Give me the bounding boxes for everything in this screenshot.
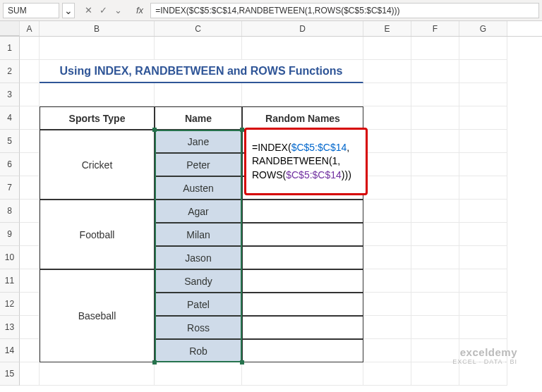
cell[interactable] — [411, 106, 459, 130]
cell[interactable] — [20, 246, 40, 269]
cell[interactable] — [242, 293, 363, 316]
row-header[interactable]: 9 — [0, 223, 20, 246]
cell[interactable] — [363, 269, 411, 293]
row-header[interactable]: 2 — [0, 60, 20, 83]
cell[interactable] — [363, 293, 411, 316]
cell[interactable] — [242, 246, 363, 269]
cancel-icon[interactable]: ✕ — [85, 5, 92, 16]
cell[interactable] — [20, 223, 40, 246]
col-header-d[interactable]: D — [242, 21, 363, 36]
cell[interactable] — [459, 362, 507, 386]
col-header-f[interactable]: F — [411, 21, 459, 36]
col-header-e[interactable]: E — [363, 21, 411, 36]
cell[interactable] — [459, 293, 507, 316]
cell[interactable] — [363, 362, 411, 386]
cell[interactable] — [20, 316, 40, 339]
cell[interactable] — [20, 130, 40, 153]
cell[interactable] — [411, 200, 459, 223]
cell[interactable] — [242, 83, 363, 106]
cell[interactable] — [242, 316, 363, 339]
row-header[interactable]: 8 — [0, 200, 20, 223]
cell[interactable] — [459, 246, 507, 269]
cell[interactable] — [411, 83, 459, 106]
col-header-c[interactable]: C — [155, 21, 242, 36]
name-box[interactable]: SUM — [3, 3, 59, 18]
cell[interactable] — [363, 37, 411, 60]
cell[interactable] — [459, 223, 507, 246]
cell[interactable] — [411, 130, 459, 153]
cell[interactable] — [411, 176, 459, 200]
selection-handle[interactable] — [240, 360, 244, 365]
cell[interactable] — [242, 362, 363, 386]
cell[interactable] — [411, 362, 459, 386]
row-header[interactable]: 10 — [0, 246, 20, 269]
cell[interactable] — [459, 106, 507, 130]
cell[interactable] — [363, 60, 411, 83]
cell[interactable] — [411, 246, 459, 269]
cell[interactable] — [459, 37, 507, 60]
row-header[interactable]: 7 — [0, 176, 20, 200]
cell[interactable] — [242, 223, 363, 246]
fx-icon[interactable]: fx — [132, 5, 147, 16]
cell[interactable] — [242, 339, 363, 362]
cell[interactable] — [40, 37, 155, 60]
cell[interactable] — [363, 316, 411, 339]
cell[interactable] — [411, 223, 459, 246]
cell[interactable] — [411, 37, 459, 60]
cell[interactable] — [40, 83, 155, 106]
cell[interactable] — [20, 176, 40, 200]
cell[interactable] — [363, 200, 411, 223]
cell[interactable] — [459, 130, 507, 153]
selection-handle[interactable] — [152, 360, 157, 365]
cell[interactable] — [459, 83, 507, 106]
cell[interactable] — [20, 293, 40, 316]
row-header[interactable]: 13 — [0, 316, 20, 339]
cell[interactable] — [155, 362, 242, 386]
cell[interactable] — [20, 339, 40, 362]
row-header[interactable]: 6 — [0, 153, 20, 176]
cell[interactable] — [411, 293, 459, 316]
cell[interactable] — [459, 60, 507, 83]
row-header[interactable]: 14 — [0, 339, 20, 362]
cell[interactable] — [242, 37, 363, 60]
cell[interactable] — [155, 83, 242, 106]
selection-handle[interactable] — [152, 128, 157, 132]
cell[interactable] — [459, 200, 507, 223]
cell[interactable] — [20, 200, 40, 223]
cell[interactable] — [411, 316, 459, 339]
cell[interactable] — [20, 37, 40, 60]
cell[interactable] — [242, 200, 363, 223]
cell[interactable] — [411, 153, 459, 176]
row-header[interactable]: 11 — [0, 269, 20, 293]
cell[interactable] — [363, 130, 411, 153]
row-header[interactable]: 5 — [0, 130, 20, 153]
name-box-dropdown[interactable]: ⌄ — [62, 3, 75, 18]
cell[interactable] — [363, 176, 411, 200]
cell[interactable] — [20, 269, 40, 293]
cell[interactable] — [411, 269, 459, 293]
cell[interactable] — [20, 106, 40, 130]
row-header[interactable]: 12 — [0, 293, 20, 316]
cell[interactable] — [20, 60, 40, 83]
cell[interactable] — [363, 83, 411, 106]
cell[interactable] — [363, 339, 411, 362]
formula-bar-input[interactable]: =INDEX($C$5:$C$14,RANDBETWEEN(1,ROWS($C$… — [150, 3, 539, 18]
cell[interactable] — [411, 60, 459, 83]
row-header[interactable]: 15 — [0, 362, 20, 386]
cell[interactable] — [363, 246, 411, 269]
col-header-g[interactable]: G — [459, 21, 507, 36]
cell[interactable] — [20, 362, 40, 386]
col-header-b[interactable]: B — [40, 21, 155, 36]
cell[interactable] — [363, 223, 411, 246]
row-header[interactable]: 4 — [0, 106, 20, 130]
row-header[interactable]: 3 — [0, 83, 20, 106]
cell[interactable] — [459, 176, 507, 200]
col-header-a[interactable]: A — [20, 21, 40, 36]
row-header[interactable]: 1 — [0, 37, 20, 60]
cell[interactable] — [459, 269, 507, 293]
cell[interactable] — [459, 153, 507, 176]
cell[interactable] — [363, 106, 411, 130]
cell[interactable] — [242, 269, 363, 293]
cell[interactable] — [20, 83, 40, 106]
select-all-corner[interactable] — [0, 21, 20, 36]
